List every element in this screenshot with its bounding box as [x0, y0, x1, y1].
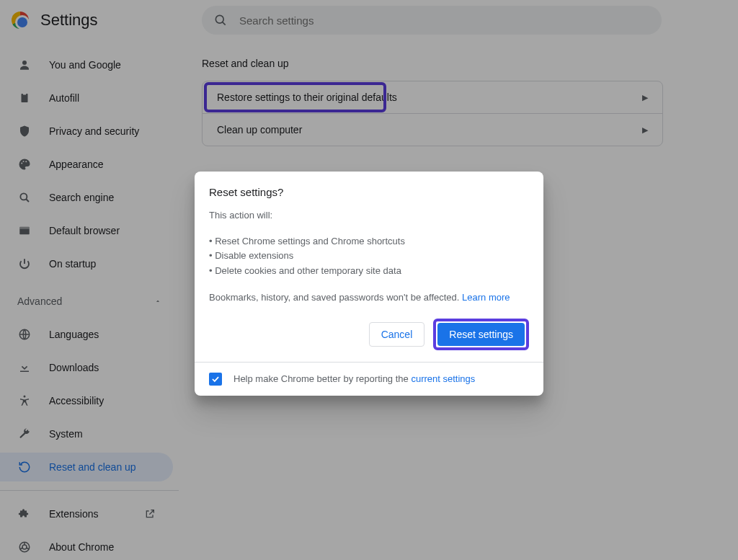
current-settings-link[interactable]: current settings [411, 373, 475, 384]
dialog-note-text: Bookmarks, history, and saved passwords … [209, 292, 462, 303]
dialog-bullet: • Reset Chrome settings and Chrome short… [209, 234, 529, 249]
dialog-note: Bookmarks, history, and saved passwords … [209, 292, 529, 303]
dialog-title: Reset settings? [209, 186, 529, 198]
dialog-help-row: Help make Chrome better by reporting the… [195, 362, 543, 396]
learn-more-link[interactable]: Learn more [462, 292, 510, 303]
help-text: Help make Chrome better by reporting the [234, 373, 411, 384]
dialog-bullets: • Reset Chrome settings and Chrome short… [209, 234, 529, 279]
highlight-reset-button: Reset settings [433, 319, 529, 350]
cancel-button[interactable]: Cancel [369, 322, 425, 347]
reset-settings-button[interactable]: Reset settings [437, 323, 525, 346]
dialog-bullet: • Delete cookies and other temporary sit… [209, 264, 529, 279]
modal-overlay[interactable]: Reset settings? This action will: • Rese… [0, 0, 738, 560]
reset-settings-dialog: Reset settings? This action will: • Rese… [195, 172, 543, 396]
dialog-lead: This action will: [209, 208, 529, 223]
dialog-bullet: • Disable extensions [209, 249, 529, 264]
help-checkbox[interactable] [209, 373, 222, 386]
